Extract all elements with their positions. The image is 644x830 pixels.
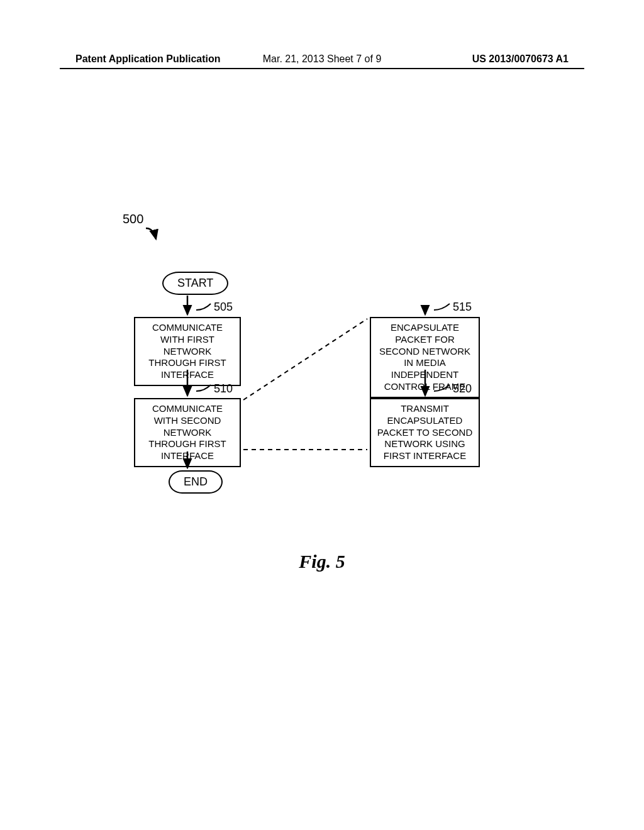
header-divider: [60, 68, 584, 69]
start-terminal: START: [162, 272, 228, 295]
header-center: Mar. 21, 2013 Sheet 7 of 9: [263, 53, 382, 65]
figure-label: Fig. 5: [299, 551, 345, 572]
ref-500-label: 500: [123, 212, 143, 226]
box-510: COMMUNICATE WITH SECOND NETWORK THROUGH …: [134, 398, 241, 467]
connector-lines: [0, 0, 644, 830]
box-505: COMMUNICATE WITH FIRST NETWORK THROUGH F…: [134, 317, 241, 386]
ref-515-label: 515: [453, 301, 472, 314]
header-right: US 2013/0070673 A1: [472, 53, 569, 65]
box-520: TRANSMIT ENCAPSULATED PACKET TO SECOND N…: [370, 398, 480, 467]
ref-505-label: 505: [214, 301, 233, 314]
svg-line-4: [243, 319, 367, 400]
ref-520-label: 520: [453, 382, 472, 396]
header-left: Patent Application Publication: [75, 53, 221, 65]
ref-510-label: 510: [214, 382, 233, 396]
end-terminal: END: [169, 470, 223, 494]
